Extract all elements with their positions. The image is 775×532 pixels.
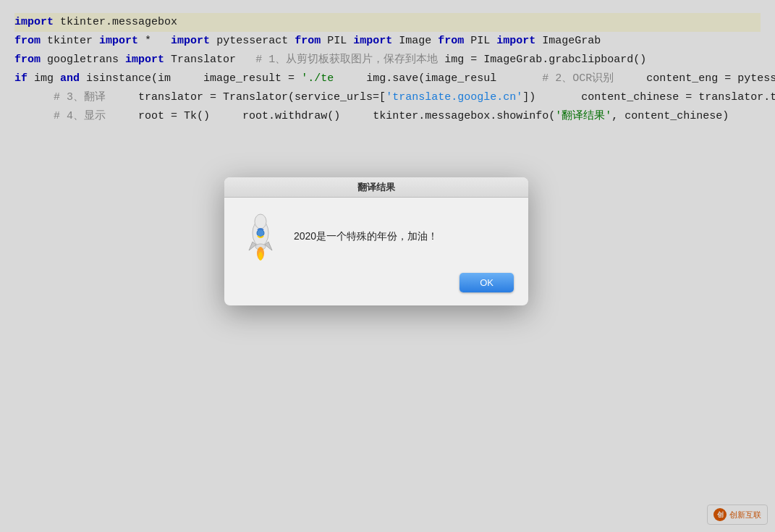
svg-point-7 — [258, 252, 263, 261]
dialog-body: 2020是一个特殊的年份，加油！ — [224, 198, 528, 273]
dialog-message: 2020是一个特殊的年份，加油！ — [294, 230, 514, 243]
svg-point-1 — [255, 214, 266, 229]
rocket-icon — [239, 215, 282, 258]
dialog-overlay: 翻译结果 — [0, 0, 775, 532]
ok-button[interactable]: OK — [460, 273, 514, 292]
dialog-title: 翻译结果 — [357, 181, 395, 194]
dialog-footer: OK — [224, 273, 528, 305]
dialog: 翻译结果 — [224, 177, 528, 305]
dialog-titlebar: 翻译结果 — [224, 177, 528, 198]
